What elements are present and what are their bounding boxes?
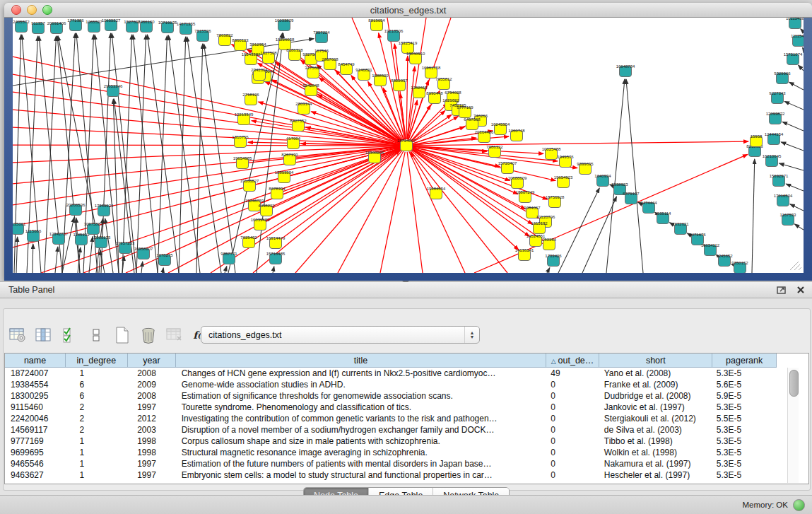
- table-cell[interactable]: 14569117: [5, 424, 66, 436]
- graph-edge[interactable]: [794, 224, 804, 230]
- graph-node[interactable]: 8466160: [138, 20, 155, 33]
- table-row[interactable]: 1872400712008Changes of HCN gene express…: [5, 368, 777, 380]
- graph-node[interactable]: 19166827: [240, 179, 259, 192]
- table-cell[interactable]: 1: [66, 436, 128, 447]
- graph-node[interactable]: 8186328: [286, 48, 303, 61]
- table-cell[interactable]: 5.3E-5: [712, 436, 777, 447]
- select-columns-icon[interactable]: [60, 326, 80, 344]
- table-cell[interactable]: 1998: [127, 436, 175, 447]
- node-table[interactable]: namein_degreeyeartitle△out_de…shortpager…: [4, 353, 809, 484]
- graph-node[interactable]: 1733426: [545, 254, 562, 267]
- graph-node[interactable]: 1145193: [73, 233, 90, 245]
- table-cell[interactable]: 2008: [127, 390, 175, 402]
- graph-node[interactable]: 911357: [31, 21, 45, 34]
- table-cell[interactable]: 18300295: [5, 390, 66, 402]
- graph-node[interactable]: 1771386: [67, 18, 84, 31]
- table-cell[interactable]: 5.6E-5: [712, 379, 777, 390]
- graph-node[interactable]: 8990448: [426, 91, 443, 104]
- table-cell[interactable]: Investigating the contribution of common…: [176, 413, 546, 424]
- table-cell[interactable]: 5.9E-5: [712, 390, 777, 402]
- table-cell[interactable]: 49: [546, 368, 599, 380]
- table-row[interactable]: 1938455462009Genome-wide association stu…: [5, 379, 777, 390]
- graph-node[interactable]: 9245652: [716, 254, 733, 267]
- table-cell[interactable]: 6: [66, 390, 128, 402]
- graph-node[interactable]: 10719135: [158, 21, 177, 33]
- network-canvas[interactable]: 1872400724055729113572069140617713861065…: [13, 18, 804, 273]
- graph-edge[interactable]: [803, 48, 804, 49]
- table-cell[interactable]: 0: [546, 390, 599, 402]
- graph-node[interactable]: 8267130: [281, 153, 298, 165]
- table-cell[interactable]: Hescheler et al. (1997): [599, 469, 712, 481]
- close-panel-icon[interactable]: [796, 286, 805, 294]
- table-row[interactable]: 2242004622012Investigating the contribut…: [5, 413, 777, 424]
- table-cell[interactable]: 0: [546, 424, 599, 436]
- graph-edge[interactable]: [141, 262, 143, 273]
- graph-node[interactable]: 6879197: [623, 192, 640, 204]
- graph-node[interactable]: 3175685: [305, 66, 322, 78]
- minimize-window-button[interactable]: [27, 5, 37, 15]
- table-cell[interactable]: 1997: [127, 469, 175, 481]
- table-cell[interactable]: 0: [546, 458, 599, 469]
- column-header-out_de[interactable]: △out_de…: [546, 354, 599, 368]
- graph-node[interactable]: 18640910: [406, 52, 425, 64]
- graph-edge[interactable]: [626, 79, 643, 273]
- graph-edge[interactable]: [411, 110, 445, 141]
- table-cell[interactable]: 2: [66, 402, 128, 413]
- column-header-in_degree[interactable]: in_degree: [66, 354, 128, 368]
- table-cell[interactable]: 1997: [127, 458, 175, 469]
- table-cell[interactable]: de Silva et al. (2003): [599, 424, 712, 436]
- graph-node[interactable]: 19218506: [384, 29, 404, 42]
- graph-edge[interactable]: [413, 136, 509, 145]
- table-row[interactable]: 911546021997Tourette syndrome. Phenomeno…: [5, 402, 777, 413]
- graph-node[interactable]: 8822037: [391, 78, 408, 91]
- table-cell[interactable]: 1998: [127, 447, 175, 458]
- table-cell[interactable]: 1: [66, 458, 128, 469]
- graph-node[interactable]: 1949576: [557, 155, 574, 168]
- column-header-year[interactable]: year: [127, 354, 175, 368]
- graph-node[interactable]: 9242848: [302, 83, 319, 96]
- graph-edge[interactable]: [558, 188, 599, 273]
- graph-edge[interactable]: [407, 152, 423, 273]
- table-cell[interactable]: 0: [546, 402, 599, 413]
- import-table-icon[interactable]: [165, 326, 184, 344]
- graph-node[interactable]: 2867608: [322, 57, 339, 70]
- table-cell[interactable]: Franke et al. (2009): [599, 379, 712, 390]
- graph-node[interactable]: 15716485: [266, 252, 286, 264]
- graph-edge[interactable]: [784, 101, 804, 110]
- graph-edge[interactable]: [413, 141, 748, 146]
- graph-node[interactable]: 1810755: [232, 135, 249, 148]
- table-cell[interactable]: 9115460: [5, 402, 66, 413]
- graph-edge[interactable]: [147, 35, 179, 273]
- graph-edge[interactable]: [204, 44, 235, 273]
- graph-node[interactable]: 2342004: [251, 68, 268, 81]
- table-row[interactable]: 969969511998Structural magnetic resonanc…: [5, 447, 777, 458]
- table-cell[interactable]: 1: [66, 469, 128, 481]
- table-cell[interactable]: Estimation of significance thresholds fo…: [176, 390, 546, 402]
- table-cell[interactable]: 2003: [127, 424, 175, 436]
- graph-edge[interactable]: [752, 159, 755, 273]
- table-cell[interactable]: 1: [66, 447, 128, 458]
- graph-node[interactable]: 6497568: [464, 117, 481, 130]
- column-header-title[interactable]: title: [176, 354, 546, 368]
- table-row[interactable]: 946362711997Embryonic stem cells: a mode…: [5, 469, 777, 481]
- table-cell[interactable]: 6: [66, 379, 128, 390]
- table-cell[interactable]: 0: [546, 379, 599, 390]
- table-cell[interactable]: Jankovic et al. (1997): [599, 402, 712, 413]
- column-header-pagerank[interactable]: pagerank: [712, 354, 777, 368]
- graph-node[interactable]: 18353594: [275, 170, 294, 183]
- table-cell[interactable]: 5.3E-5: [712, 368, 777, 380]
- graph-node[interactable]: 1362615: [411, 86, 428, 98]
- graph-edge[interactable]: [413, 146, 558, 161]
- table-row[interactable]: 1456911722003Disruption of a novel membe…: [5, 424, 777, 436]
- graph-node[interactable]: 10688609: [508, 176, 527, 189]
- graph-node[interactable]: 16961758: [422, 66, 441, 78]
- graph-edge[interactable]: [411, 151, 507, 273]
- graph-edge[interactable]: [779, 163, 804, 170]
- table-cell[interactable]: 2008: [127, 368, 175, 380]
- table-cell[interactable]: 5.5E-5: [712, 413, 777, 424]
- graph-edge[interactable]: [13, 127, 400, 146]
- create-table-icon[interactable]: [112, 326, 132, 344]
- network-window-titlebar[interactable]: citations_edges.txt: [4, 3, 812, 18]
- table-cell[interactable]: 2009: [127, 379, 175, 390]
- graph-node[interactable]: 15751074: [784, 52, 803, 65]
